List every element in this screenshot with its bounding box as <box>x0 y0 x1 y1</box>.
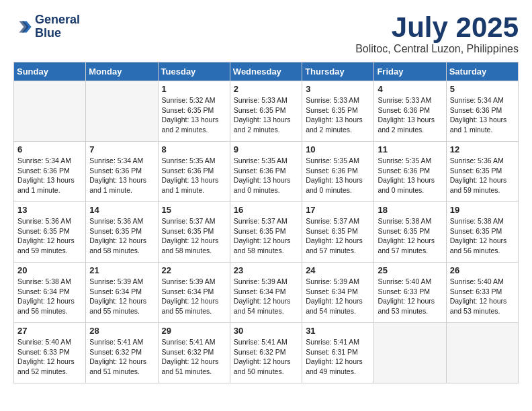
day-info: Sunrise: 5:34 AM Sunset: 6:36 PM Dayligh… <box>89 156 154 195</box>
day-info: Sunrise: 5:40 AM Sunset: 6:33 PM Dayligh… <box>378 277 442 316</box>
calendar-cell: 17Sunrise: 5:37 AM Sunset: 6:35 PM Dayli… <box>302 202 374 263</box>
calendar-cell: 26Sunrise: 5:40 AM Sunset: 6:33 PM Dayli… <box>446 263 518 323</box>
calendar-cell: 14Sunrise: 5:36 AM Sunset: 6:35 PM Dayli… <box>86 202 158 263</box>
day-info: Sunrise: 5:36 AM Sunset: 6:35 PM Dayligh… <box>89 216 154 256</box>
calendar-cell: 6Sunrise: 5:34 AM Sunset: 6:36 PM Daylig… <box>14 142 86 202</box>
logo-icon <box>13 17 32 36</box>
calendar-cell: 10Sunrise: 5:35 AM Sunset: 6:36 PM Dayli… <box>302 142 374 202</box>
column-header-monday: Monday <box>86 62 158 81</box>
calendar-header-row: SundayMondayTuesdayWednesdayThursdayFrid… <box>14 62 519 81</box>
day-number: 31 <box>306 326 370 336</box>
day-number: 16 <box>234 205 298 215</box>
calendar-week-row: 20Sunrise: 5:38 AM Sunset: 6:34 PM Dayli… <box>14 263 519 323</box>
day-number: 7 <box>89 144 154 154</box>
calendar-week-row: 6Sunrise: 5:34 AM Sunset: 6:36 PM Daylig… <box>14 142 519 202</box>
day-number: 23 <box>234 265 298 275</box>
calendar-cell: 28Sunrise: 5:41 AM Sunset: 6:32 PM Dayli… <box>86 323 158 383</box>
day-info: Sunrise: 5:41 AM Sunset: 6:32 PM Dayligh… <box>162 337 226 377</box>
calendar-cell <box>374 323 446 383</box>
day-number: 27 <box>17 326 82 336</box>
calendar-cell: 7Sunrise: 5:34 AM Sunset: 6:36 PM Daylig… <box>86 142 158 202</box>
calendar-cell: 31Sunrise: 5:41 AM Sunset: 6:31 PM Dayli… <box>302 323 374 383</box>
day-number: 20 <box>17 265 82 275</box>
calendar-cell: 8Sunrise: 5:35 AM Sunset: 6:36 PM Daylig… <box>158 142 230 202</box>
calendar-cell: 29Sunrise: 5:41 AM Sunset: 6:32 PM Dayli… <box>158 323 230 383</box>
day-info: Sunrise: 5:39 AM Sunset: 6:34 PM Dayligh… <box>162 277 226 316</box>
day-number: 10 <box>306 144 370 154</box>
calendar-cell: 15Sunrise: 5:37 AM Sunset: 6:35 PM Dayli… <box>158 202 230 263</box>
title-block: July 2025 Bolitoc, Central Luzon, Philip… <box>355 13 519 55</box>
day-info: Sunrise: 5:37 AM Sunset: 6:35 PM Dayligh… <box>306 216 370 256</box>
calendar-cell: 3Sunrise: 5:33 AM Sunset: 6:35 PM Daylig… <box>302 81 374 142</box>
day-number: 6 <box>17 144 82 154</box>
calendar-week-row: 27Sunrise: 5:40 AM Sunset: 6:33 PM Dayli… <box>14 323 519 383</box>
day-number: 29 <box>162 326 226 336</box>
day-number: 19 <box>450 205 515 215</box>
day-info: Sunrise: 5:41 AM Sunset: 6:31 PM Dayligh… <box>306 337 370 377</box>
day-info: Sunrise: 5:33 AM Sunset: 6:35 PM Dayligh… <box>306 95 370 135</box>
day-info: Sunrise: 5:37 AM Sunset: 6:35 PM Dayligh… <box>162 216 226 256</box>
day-number: 12 <box>450 144 515 154</box>
day-info: Sunrise: 5:38 AM Sunset: 6:34 PM Dayligh… <box>17 277 82 316</box>
day-info: Sunrise: 5:38 AM Sunset: 6:35 PM Dayligh… <box>450 216 515 256</box>
calendar-cell: 12Sunrise: 5:36 AM Sunset: 6:35 PM Dayli… <box>446 142 518 202</box>
logo-text: General Blue <box>35 13 80 40</box>
calendar-cell: 27Sunrise: 5:40 AM Sunset: 6:33 PM Dayli… <box>14 323 86 383</box>
logo: General Blue <box>13 13 80 40</box>
column-header-tuesday: Tuesday <box>158 62 230 81</box>
location-title: Bolitoc, Central Luzon, Philippines <box>355 43 519 55</box>
calendar-cell: 4Sunrise: 5:33 AM Sunset: 6:36 PM Daylig… <box>374 81 446 142</box>
page-header: General Blue July 2025 Bolitoc, Central … <box>13 13 519 55</box>
column-header-friday: Friday <box>374 62 446 81</box>
calendar-cell: 11Sunrise: 5:35 AM Sunset: 6:36 PM Dayli… <box>374 142 446 202</box>
day-info: Sunrise: 5:41 AM Sunset: 6:32 PM Dayligh… <box>89 337 154 377</box>
day-info: Sunrise: 5:36 AM Sunset: 6:35 PM Dayligh… <box>17 216 82 256</box>
calendar-cell <box>14 81 86 142</box>
day-info: Sunrise: 5:38 AM Sunset: 6:35 PM Dayligh… <box>378 216 442 256</box>
day-number: 13 <box>17 205 82 215</box>
column-header-sunday: Sunday <box>14 62 86 81</box>
day-number: 26 <box>450 265 515 275</box>
calendar-cell: 22Sunrise: 5:39 AM Sunset: 6:34 PM Dayli… <box>158 263 230 323</box>
day-info: Sunrise: 5:37 AM Sunset: 6:35 PM Dayligh… <box>234 216 298 256</box>
day-info: Sunrise: 5:39 AM Sunset: 6:34 PM Dayligh… <box>234 277 298 316</box>
calendar-table: SundayMondayTuesdayWednesdayThursdayFrid… <box>13 62 519 383</box>
calendar-cell: 21Sunrise: 5:39 AM Sunset: 6:34 PM Dayli… <box>86 263 158 323</box>
day-info: Sunrise: 5:35 AM Sunset: 6:36 PM Dayligh… <box>234 156 298 195</box>
calendar-cell: 9Sunrise: 5:35 AM Sunset: 6:36 PM Daylig… <box>230 142 302 202</box>
day-info: Sunrise: 5:34 AM Sunset: 6:36 PM Dayligh… <box>450 95 515 135</box>
day-info: Sunrise: 5:39 AM Sunset: 6:34 PM Dayligh… <box>89 277 154 316</box>
calendar-cell: 5Sunrise: 5:34 AM Sunset: 6:36 PM Daylig… <box>446 81 518 142</box>
calendar-cell: 18Sunrise: 5:38 AM Sunset: 6:35 PM Dayli… <box>374 202 446 263</box>
calendar-cell: 1Sunrise: 5:32 AM Sunset: 6:35 PM Daylig… <box>158 81 230 142</box>
calendar-week-row: 13Sunrise: 5:36 AM Sunset: 6:35 PM Dayli… <box>14 202 519 263</box>
day-info: Sunrise: 5:33 AM Sunset: 6:35 PM Dayligh… <box>234 95 298 135</box>
column-header-saturday: Saturday <box>446 62 518 81</box>
calendar-cell: 25Sunrise: 5:40 AM Sunset: 6:33 PM Dayli… <box>374 263 446 323</box>
day-number: 28 <box>89 326 154 336</box>
calendar-cell <box>446 323 518 383</box>
calendar-week-row: 1Sunrise: 5:32 AM Sunset: 6:35 PM Daylig… <box>14 81 519 142</box>
day-info: Sunrise: 5:35 AM Sunset: 6:36 PM Dayligh… <box>378 156 442 195</box>
day-number: 30 <box>234 326 298 336</box>
day-number: 2 <box>234 84 298 94</box>
calendar-cell: 19Sunrise: 5:38 AM Sunset: 6:35 PM Dayli… <box>446 202 518 263</box>
day-number: 4 <box>378 84 442 94</box>
column-header-wednesday: Wednesday <box>230 62 302 81</box>
day-info: Sunrise: 5:33 AM Sunset: 6:36 PM Dayligh… <box>378 95 442 135</box>
day-number: 21 <box>89 265 154 275</box>
day-info: Sunrise: 5:41 AM Sunset: 6:32 PM Dayligh… <box>234 337 298 377</box>
column-header-thursday: Thursday <box>302 62 374 81</box>
day-number: 18 <box>378 205 442 215</box>
month-title: July 2025 <box>355 13 519 42</box>
day-number: 1 <box>162 84 226 94</box>
day-number: 11 <box>378 144 442 154</box>
day-info: Sunrise: 5:32 AM Sunset: 6:35 PM Dayligh… <box>162 95 226 135</box>
calendar-cell: 16Sunrise: 5:37 AM Sunset: 6:35 PM Dayli… <box>230 202 302 263</box>
day-number: 24 <box>306 265 370 275</box>
day-number: 3 <box>306 84 370 94</box>
day-info: Sunrise: 5:35 AM Sunset: 6:36 PM Dayligh… <box>162 156 226 195</box>
day-info: Sunrise: 5:36 AM Sunset: 6:35 PM Dayligh… <box>450 156 515 195</box>
day-info: Sunrise: 5:34 AM Sunset: 6:36 PM Dayligh… <box>17 156 82 195</box>
day-info: Sunrise: 5:35 AM Sunset: 6:36 PM Dayligh… <box>306 156 370 195</box>
